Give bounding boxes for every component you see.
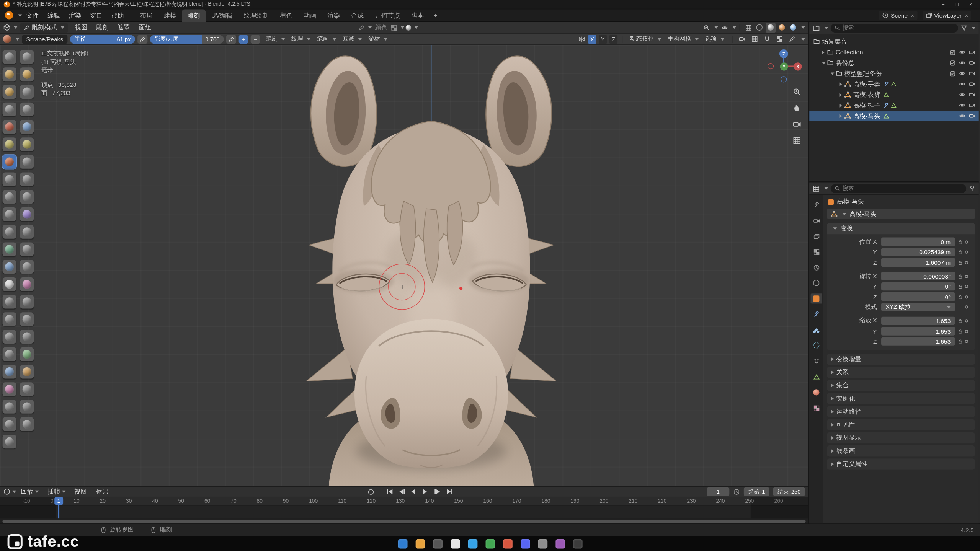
animate-dot-icon[interactable] <box>965 240 968 243</box>
outliner-search-input[interactable]: 搜索 <box>831 23 958 32</box>
workspace-tab[interactable]: 渲染 <box>322 9 346 22</box>
properties-tab-tool[interactable] <box>811 200 822 210</box>
camera-button[interactable] <box>737 34 747 44</box>
gizmo-y-axis[interactable]: Y <box>780 62 788 70</box>
scale-y-field[interactable]: 1.653 <box>881 327 955 335</box>
properties-tab-output[interactable] <box>811 231 822 241</box>
radius-slider[interactable]: 半径 61 px <box>70 35 135 44</box>
outliner-item-scene-collection[interactable]: 场景集合 <box>809 36 978 47</box>
marker-menu[interactable]: 标记 <box>91 486 113 498</box>
rotation-z-field[interactable]: 0° <box>881 292 955 301</box>
view-menu[interactable]: 视图 <box>70 486 91 498</box>
radius-pressure-button[interactable] <box>137 35 147 44</box>
outliner-item-collection[interactable]: Collection <box>809 47 978 57</box>
pin-icon[interactable] <box>969 185 976 192</box>
mirror-y-toggle[interactable]: Y <box>599 35 607 44</box>
workspace-tab[interactable]: 雕刻 <box>182 9 206 22</box>
animate-dot-icon[interactable] <box>965 305 968 308</box>
frame-start-field[interactable]: 起始1 <box>744 487 769 496</box>
workspace-tab[interactable]: 着色 <box>274 9 298 22</box>
tool-settings-dropdown[interactable]: 笔画 <box>314 35 340 43</box>
animate-dot-icon[interactable] <box>965 340 968 343</box>
taskbar-app-icon[interactable] <box>433 539 442 548</box>
flatten-brush-icon[interactable] <box>3 137 16 151</box>
camera-icon[interactable] <box>969 59 976 66</box>
outliner-item-horse-head[interactable]: 高模-马头 <box>809 111 978 121</box>
properties-tab-modifiers[interactable] <box>811 309 822 319</box>
shading-wireframe-button[interactable] <box>755 23 764 32</box>
eye-icon[interactable] <box>959 81 965 88</box>
eye-icon[interactable] <box>959 91 965 98</box>
workspace-tab[interactable]: 几何节点 <box>369 9 406 22</box>
zoom-button[interactable] <box>791 86 802 97</box>
navigation-gizmo[interactable]: Z Y X <box>766 49 803 85</box>
viewport-menu-item[interactable]: 视图 <box>70 21 92 34</box>
properties-panel-header[interactable]: 变换增量 <box>827 353 975 364</box>
unlink-viewlayer-icon[interactable]: × <box>965 12 968 18</box>
eye-icon[interactable] <box>959 49 965 55</box>
timeline-editor-icon[interactable] <box>3 488 11 496</box>
mask-brush-icon[interactable] <box>3 277 16 291</box>
clay-strips-brush-icon[interactable] <box>20 67 34 81</box>
properties-search-input[interactable]: 搜索 <box>831 184 966 193</box>
add-workspace-button[interactable]: + <box>429 9 441 22</box>
outliner-item-backup[interactable]: 备份总 <box>809 57 978 68</box>
cloth-filter-tool-icon[interactable] <box>3 365 16 378</box>
lock-icon[interactable] <box>957 318 963 324</box>
xray-toggle[interactable] <box>743 23 753 32</box>
animate-dot-icon[interactable] <box>965 329 968 333</box>
properties-panel-header[interactable]: 线条画 <box>827 445 975 456</box>
perspective-toggle-button[interactable] <box>791 135 802 146</box>
animate-dot-icon[interactable] <box>965 319 968 322</box>
outliner-item-shoes[interactable]: 高模-鞋子 <box>809 100 978 111</box>
properties-tab-world[interactable] <box>811 278 822 288</box>
gizmo-z-negative[interactable] <box>781 76 787 82</box>
animate-dot-icon[interactable] <box>965 261 968 264</box>
box-hide-tool-icon[interactable] <box>3 295 16 309</box>
inflate-brush-icon[interactable] <box>3 103 16 116</box>
box-trim-tool-icon[interactable] <box>3 330 16 344</box>
elastic-deform-brush-icon[interactable] <box>3 190 16 204</box>
strength-slider[interactable]: 强度/力度 0.700 <box>150 35 224 44</box>
workspace-tab[interactable]: 布局 <box>134 9 158 22</box>
taskbar-app-icon[interactable] <box>503 539 512 548</box>
checkbox-icon[interactable] <box>949 49 956 55</box>
filter-icon[interactable] <box>960 24 967 31</box>
timeline-ruler[interactable]: -100102030405060708090100110120130140150… <box>0 497 808 506</box>
outliner-item-gloves[interactable]: 高模-手套 <box>809 79 978 90</box>
expand-icon[interactable] <box>840 114 842 118</box>
mesh-filter-tool-icon[interactable] <box>20 347 34 361</box>
sculpt-options-dropdown[interactable]: 重构网格 <box>665 35 702 43</box>
cloth-brush-icon[interactable] <box>3 260 16 274</box>
viewport-menu-item[interactable]: 面组 <box>134 21 156 34</box>
rotate-tool-icon[interactable] <box>3 400 16 414</box>
rotate-brush-icon[interactable] <box>20 225 34 239</box>
texture-button[interactable] <box>774 34 784 44</box>
properties-tab-constraints[interactable] <box>811 356 822 366</box>
camera-icon[interactable] <box>969 102 976 109</box>
workspace-tab[interactable]: 建模 <box>158 9 182 22</box>
lasso-trim-tool-icon[interactable] <box>20 330 34 344</box>
strength-pressure-button[interactable] <box>226 35 236 44</box>
clay-brush-icon[interactable] <box>3 67 16 81</box>
outliner-editor-icon[interactable] <box>812 24 820 32</box>
properties-panel-header[interactable]: 关系 <box>827 367 975 378</box>
camera-icon[interactable] <box>969 112 976 119</box>
close-button[interactable]: × <box>964 0 978 9</box>
minimize-button[interactable]: − <box>936 0 950 9</box>
jump-to-start-button[interactable] <box>384 487 394 496</box>
pan-button[interactable] <box>791 103 802 114</box>
properties-tab-material[interactable] <box>811 387 822 397</box>
animate-dot-icon[interactable] <box>965 251 968 254</box>
viewport-canvas[interactable]: 正交前视图 (局部) (1) 高模-马头 毫米 顶点38,828 面77,203… <box>0 45 808 486</box>
eye-icon[interactable] <box>959 70 965 77</box>
simplify-brush-icon[interactable] <box>20 260 34 274</box>
lock-icon[interactable] <box>957 328 963 334</box>
outliner-item-model-backup[interactable]: 模型整理备份 <box>809 68 978 79</box>
auto-keying-toggle[interactable] <box>366 487 376 496</box>
gizmo-x-axis[interactable]: X <box>794 62 802 70</box>
brush-name-field[interactable]: Scrape/Peaks <box>22 35 67 44</box>
app-menu-icon[interactable] <box>5 11 13 19</box>
taskbar-app-icon[interactable] <box>398 539 407 548</box>
gizmo-z-axis[interactable]: Z <box>779 49 788 58</box>
